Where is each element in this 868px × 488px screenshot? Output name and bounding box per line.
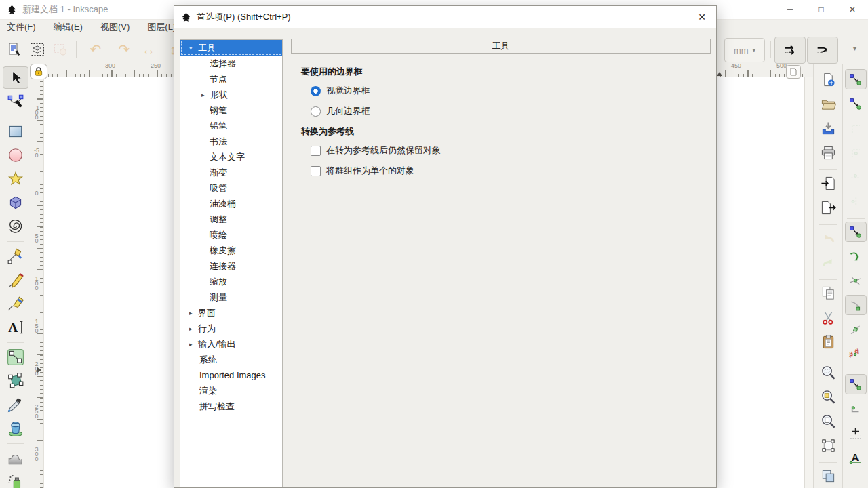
tool-dropper[interactable]: [3, 393, 28, 415]
tool-selector[interactable]: [3, 66, 28, 89]
command-print[interactable]: [817, 142, 839, 163]
tool-paint-bucket[interactable]: [3, 417, 28, 439]
command-zoom-drawing[interactable]: [817, 386, 839, 407]
pref-tree-item-text[interactable]: 文本文字: [180, 149, 282, 165]
maximize-button[interactable]: □: [806, 0, 837, 19]
canvas[interactable]: [717, 77, 804, 488]
tool-node-editor[interactable]: [3, 90, 28, 113]
pref-tree-item-paint-bucket[interactable]: 油漆桶: [180, 196, 282, 211]
menu-item-2[interactable]: 视图(V): [100, 21, 130, 33]
command-paste[interactable]: [817, 331, 839, 352]
flip-horizontal-button[interactable]: ↔: [138, 39, 159, 60]
tool-calligraphy[interactable]: [3, 292, 28, 314]
lock-guides-button[interactable]: [30, 64, 47, 79]
snap-bbox-edges[interactable]: [845, 118, 867, 138]
deselect-button[interactable]: [50, 39, 71, 60]
checkbox[interactable]: [311, 146, 321, 156]
command-copy[interactable]: [817, 283, 839, 303]
pref-tree-item-behavior[interactable]: ▸行为: [180, 321, 282, 336]
radio-geometric-bbox[interactable]: 几何边界框: [311, 105, 711, 117]
tool-pencil[interactable]: [3, 268, 28, 291]
pref-tree-item-pencil[interactable]: 铅笔: [180, 118, 282, 134]
command-redo[interactable]: [817, 252, 839, 272]
tool-ellipse[interactable]: [3, 144, 28, 166]
pref-tree-item-system[interactable]: 系统: [180, 352, 282, 367]
pref-tree-item-imported-images[interactable]: Imported Images: [180, 367, 282, 383]
pref-tree-item-dropper[interactable]: 吸管: [180, 180, 282, 196]
command-new-document[interactable]: [817, 69, 839, 89]
tool-box-3d[interactable]: [3, 191, 28, 214]
snap-text-baseline[interactable]: A: [845, 447, 867, 468]
pref-tree-item-selector[interactable]: 选择器: [180, 56, 282, 71]
pref-tree-item-connector[interactable]: 连接器: [180, 258, 282, 274]
command-import[interactable]: [817, 173, 839, 193]
pref-tree-item-tweak[interactable]: 调整: [180, 211, 282, 227]
pref-tree-item-gradient[interactable]: 渐变: [180, 165, 282, 180]
radio-visual-bbox[interactable]: 视觉边界框: [311, 85, 711, 97]
command-zoom-page[interactable]: [817, 411, 839, 431]
checkbox-keep-objects[interactable]: 在转为参考线后仍然保留对象: [311, 144, 711, 157]
snap-bbox-edge-midpoints[interactable]: [845, 167, 867, 187]
rotate-cw-button[interactable]: ↷: [114, 39, 134, 60]
snap-enable[interactable]: [845, 69, 867, 89]
pref-tree-item-spellcheck[interactable]: 拼写检查: [180, 399, 282, 414]
select-all-button[interactable]: [4, 39, 24, 60]
snap-rotation-centers[interactable]: [845, 399, 867, 419]
snap-bbox-centers[interactable]: [845, 191, 867, 211]
toolbar-overflow-icon[interactable]: ▾: [853, 45, 856, 52]
tool-tweak[interactable]: [3, 369, 28, 392]
snap-others[interactable]: [845, 374, 867, 394]
radio-button[interactable]: [311, 86, 321, 96]
pref-tree-item-node[interactable]: 节点: [180, 71, 282, 87]
pref-tree-item-spray[interactable]: 喷绘: [180, 227, 282, 243]
tool-connector[interactable]: [3, 346, 28, 368]
pref-tree-item-input-output[interactable]: ▸输入/输出: [180, 336, 282, 352]
command-save[interactable]: [817, 118, 839, 138]
command-zoom-selection[interactable]: [817, 362, 839, 382]
snap-nodes[interactable]: [845, 222, 867, 242]
pref-tree-item-measure[interactable]: 测量: [180, 289, 282, 305]
pref-tree-item-rendering[interactable]: 渲染: [180, 383, 282, 399]
move-next-layer-button[interactable]: [774, 37, 806, 64]
snap-cusp-nodes[interactable]: [845, 295, 867, 315]
radio-button[interactable]: [311, 106, 321, 117]
pref-tree-item-zoom[interactable]: 缩放: [180, 274, 282, 289]
pref-tree-item-calligraphy[interactable]: 书法: [180, 134, 282, 149]
command-undo[interactable]: [817, 228, 839, 248]
expand-icon[interactable]: ▸: [189, 310, 198, 317]
canvas[interactable]: [43, 77, 174, 488]
snap-paths[interactable]: [845, 246, 867, 266]
checkbox[interactable]: [311, 166, 321, 176]
pref-tree-item-interface[interactable]: ▸界面: [180, 305, 282, 321]
collapse-icon[interactable]: ▾: [189, 45, 198, 52]
snap-midpoints[interactable]: ##: [845, 344, 867, 364]
tool-spiral[interactable]: [3, 215, 28, 237]
expand-icon[interactable]: ▸: [201, 92, 210, 98]
command-cut[interactable]: [817, 307, 839, 327]
pref-tree-item-tools[interactable]: ▾工具: [180, 40, 282, 56]
tool-eraser[interactable]: [3, 447, 28, 469]
tool-star[interactable]: [3, 167, 28, 190]
command-fit-selection[interactable]: [817, 435, 839, 455]
menu-item-1[interactable]: 编辑(E): [54, 21, 83, 33]
rotate-ccw-button[interactable]: ↶: [85, 39, 106, 60]
minimize-button[interactable]: ─: [774, 0, 806, 19]
pref-tree-item-pen[interactable]: 钢笔: [180, 102, 282, 118]
vertical-scrollbar[interactable]: [804, 77, 814, 488]
tool-pen[interactable]: [3, 245, 28, 267]
snap-path-intersections[interactable]: [845, 270, 867, 291]
tool-rectangle[interactable]: [3, 120, 28, 142]
command-open[interactable]: [817, 94, 839, 114]
vertical-ruler[interactable]: -100-50050100150200250300: [34, 77, 44, 488]
expand-icon[interactable]: ▸: [189, 325, 198, 332]
tool-spray[interactable]: [3, 470, 28, 488]
close-button[interactable]: ✕: [837, 0, 868, 19]
command-export[interactable]: [817, 197, 839, 218]
select-all-layers-button[interactable]: [27, 39, 47, 60]
snap-grids[interactable]: [845, 423, 867, 443]
unit-dropdown[interactable]: mm ▾: [724, 38, 765, 62]
command-duplicate[interactable]: [817, 466, 839, 486]
snap-bounding-box[interactable]: [845, 94, 867, 114]
menu-item-3[interactable]: 图层(L): [147, 21, 176, 33]
move-curve-button[interactable]: [807, 37, 838, 64]
